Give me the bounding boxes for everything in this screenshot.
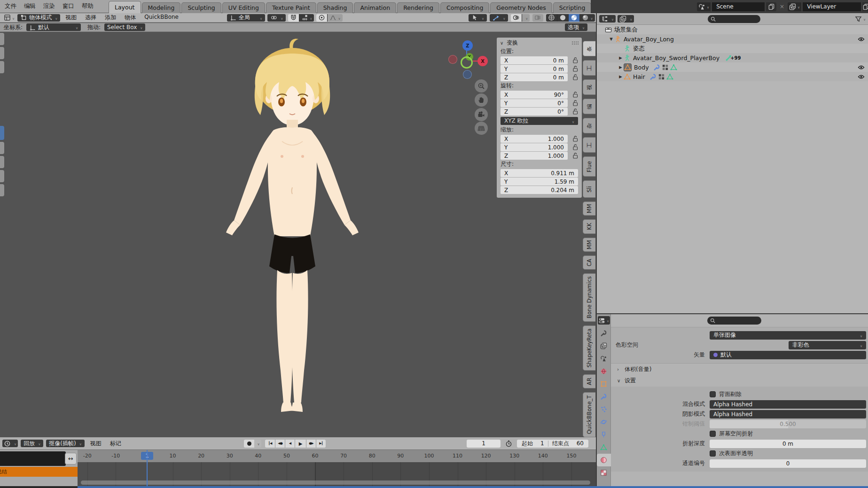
overlays-dropdown[interactable] xyxy=(522,14,530,22)
properties-tab-world[interactable] xyxy=(597,365,611,378)
visibility-eye-icon[interactable] xyxy=(858,65,866,70)
properties-editor-type-button[interactable] xyxy=(598,316,610,325)
outliner-search-input[interactable] xyxy=(718,16,754,22)
topbar-menu[interactable]: 渲染 xyxy=(39,2,59,10)
start-frame-value[interactable]: 1 xyxy=(537,440,548,447)
outliner-item-label[interactable]: Hair xyxy=(633,73,645,80)
proportional-edit-toggle[interactable] xyxy=(316,14,327,22)
viewport-menu[interactable]: 视图 xyxy=(61,14,81,22)
xray-toggle[interactable] xyxy=(532,14,543,22)
sidebar-tab[interactable]: QuickBBone_T xyxy=(583,392,595,437)
viewlayer-selector-button[interactable] xyxy=(788,2,801,11)
properties-tab-view-layer[interactable] xyxy=(597,340,611,352)
toolbar-partial-item[interactable] xyxy=(0,33,4,45)
bottom-scrollbar-line[interactable] xyxy=(78,486,868,488)
lock-open-icon[interactable] xyxy=(568,135,578,142)
lock-open-icon[interactable] xyxy=(568,57,578,64)
timeline-keyframe-area[interactable] xyxy=(78,462,596,486)
sidebar-tab[interactable]: 杂 xyxy=(583,118,595,133)
collapse-arrow-icon[interactable]: ∨ xyxy=(500,40,504,46)
viewport-menu[interactable]: 选择 xyxy=(81,14,101,22)
sidebar-tab[interactable]: KK xyxy=(583,219,595,233)
wrench-icon[interactable] xyxy=(653,64,660,71)
workspace-tab[interactable]: Layout xyxy=(109,1,141,13)
lock-open-icon[interactable] xyxy=(568,108,578,115)
sidebar-tab[interactable]: 工 xyxy=(583,60,595,76)
properties-tab-physics[interactable] xyxy=(597,416,611,428)
topbar-menu[interactable]: 文件 xyxy=(1,2,20,10)
gizmo-center-ring[interactable] xyxy=(461,56,473,69)
snap-target-dropdown[interactable] xyxy=(299,14,314,22)
sidebar-tab[interactable]: 视 xyxy=(583,79,595,95)
perspective-toggle-button[interactable] xyxy=(475,122,488,135)
outliner-search[interactable] xyxy=(708,15,760,23)
toolbar-partial-item[interactable] xyxy=(0,61,4,73)
properties-tab-material[interactable] xyxy=(597,454,611,466)
next-keyframe-button[interactable]: ●▶ xyxy=(306,440,316,448)
editor-type-button[interactable] xyxy=(2,14,16,22)
expand-arrow-icon[interactable]: ▶ xyxy=(618,65,624,70)
sidebar-tab[interactable]: 编 xyxy=(583,99,595,114)
gizmo-minus-x-axis[interactable] xyxy=(448,55,457,64)
topbar-menu[interactable]: 帮助 xyxy=(78,2,97,10)
backface-culling-checkbox[interactable] xyxy=(710,391,716,397)
stopwatch-icon[interactable] xyxy=(505,440,512,447)
channel-filter-field[interactable] xyxy=(0,451,66,466)
outliner-filter-button[interactable] xyxy=(855,15,866,23)
options-button[interactable]: 选项 xyxy=(565,23,587,31)
current-frame-field[interactable]: 1 xyxy=(467,440,500,448)
viewlayer-copy-button[interactable] xyxy=(862,2,868,11)
workspace-tab[interactable]: Shading xyxy=(317,2,353,13)
current-frame-line[interactable] xyxy=(147,450,148,486)
scene-unlink-button[interactable]: × xyxy=(778,3,786,10)
workspace-tab[interactable]: UV Editing xyxy=(222,2,265,13)
topbar-menu[interactable]: 编辑 xyxy=(20,2,39,10)
lock-open-icon[interactable] xyxy=(568,144,578,151)
shading-rendered-button[interactable] xyxy=(579,14,594,22)
zoom-button[interactable] xyxy=(475,79,488,93)
timeline-menu[interactable]: 标记 xyxy=(107,440,124,448)
timeline-menu[interactable]: 视图 xyxy=(87,440,104,448)
lock-open-icon[interactable] xyxy=(568,65,578,72)
sidebar-tab[interactable]: 条 xyxy=(583,41,595,56)
overlays-toggle[interactable] xyxy=(511,14,522,22)
sidebar-tab[interactable]: AR xyxy=(583,374,595,388)
jump-to-end-button[interactable]: ▶┃ xyxy=(316,440,326,448)
pass-index-field[interactable]: 0 xyxy=(710,459,866,468)
falloff-dropdown[interactable] xyxy=(327,14,342,22)
workspace-tab[interactable]: Modeling xyxy=(142,2,181,13)
mesh-data-icon[interactable] xyxy=(670,64,677,71)
coord-system-dropdown[interactable]: 默认 xyxy=(26,23,81,31)
properties-tab-scene[interactable] xyxy=(597,352,611,365)
gizmos-dropdown[interactable] xyxy=(490,14,508,22)
toolbar-active-tool[interactable] xyxy=(0,126,4,140)
outliner-display-mode-button[interactable] xyxy=(618,15,634,23)
sidebar-tab[interactable]: Bone Dynamics xyxy=(583,273,595,322)
toolbar-partial-item[interactable] xyxy=(0,156,4,168)
shading-material-button[interactable] xyxy=(568,14,579,22)
visibility-eye-icon[interactable] xyxy=(858,37,866,42)
volume-section-header[interactable]: ›体积(音量) xyxy=(611,364,868,375)
workspace-tab[interactable]: Rendering xyxy=(397,2,439,13)
pivot-point-dropdown[interactable] xyxy=(267,14,286,22)
editor-divider[interactable] xyxy=(596,13,597,488)
viewport-menu[interactable]: 物体 xyxy=(120,14,140,22)
toolbar-partial-item[interactable] xyxy=(0,142,4,154)
properties-tab-tool[interactable] xyxy=(597,327,611,340)
screen-space-refraction-checkbox[interactable] xyxy=(710,431,716,437)
outliner-row[interactable]: ▶Body xyxy=(597,62,868,72)
sidebar-tab[interactable]: MM xyxy=(583,201,595,216)
properties-tab-particles[interactable] xyxy=(597,403,611,416)
outliner-row[interactable]: 姿态 xyxy=(597,44,868,53)
lock-open-icon[interactable] xyxy=(568,100,578,107)
workspace-tab[interactable]: Sculpting xyxy=(181,2,221,13)
timeline-menu-dropdown[interactable]: 回放 xyxy=(21,440,43,447)
timeline-ruler[interactable]: -20-101102030405060708090100110120130140… xyxy=(78,450,596,462)
lock-open-icon[interactable] xyxy=(568,91,578,98)
transform-value-field[interactable]: Z0.204 m xyxy=(500,186,578,194)
camera-view-button[interactable] xyxy=(475,108,488,121)
modifier-icon[interactable] xyxy=(658,73,665,80)
auto-keyframe-button[interactable] xyxy=(244,440,254,448)
mesh-data-icon[interactable] xyxy=(666,73,673,80)
scene-copy-button[interactable] xyxy=(766,2,776,11)
